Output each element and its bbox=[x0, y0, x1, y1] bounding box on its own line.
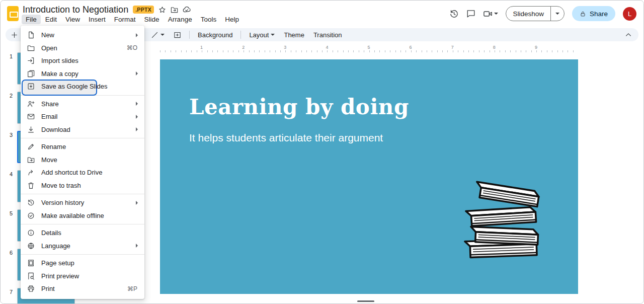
toolbar-divider bbox=[189, 31, 190, 39]
filmstrip-slide-number: 7 bbox=[4, 289, 13, 295]
slide-title[interactable]: Learning by doing bbox=[189, 95, 409, 119]
rename-icon bbox=[27, 143, 35, 150]
share-person-icon bbox=[27, 100, 35, 108]
menubar-file[interactable]: File bbox=[22, 15, 41, 24]
collapse-toolbar-button[interactable] bbox=[624, 31, 632, 39]
file-menu-item-import-slides[interactable]: Import slides bbox=[21, 54, 144, 67]
current-slide[interactable]: Learning by doing It helps students arti… bbox=[160, 59, 578, 294]
file-menu-item-add-shortcut-to-drive[interactable]: Add shortcut to Drive bbox=[21, 166, 144, 179]
books-illustration bbox=[458, 180, 550, 263]
ruler-number: 6 bbox=[410, 45, 412, 50]
insert-placeholder-button[interactable] bbox=[169, 29, 186, 41]
submenu-arrow-icon bbox=[136, 115, 138, 119]
menu-item-label: Open bbox=[41, 44, 57, 52]
menu-item-label: Print preview bbox=[41, 272, 79, 280]
menubar-help[interactable]: Help bbox=[221, 15, 243, 24]
menubar-view[interactable]: View bbox=[61, 15, 84, 24]
menubar-arrange[interactable]: Arrange bbox=[164, 15, 196, 24]
toolbar-divider bbox=[240, 31, 241, 39]
file-menu-item-rename[interactable]: Rename bbox=[21, 140, 144, 154]
version-history-icon bbox=[27, 199, 35, 206]
menu-item-shortcut: ⌘P bbox=[127, 285, 137, 292]
menu-item-label: Email bbox=[41, 113, 58, 120]
ruler-number: 2 bbox=[242, 45, 245, 50]
email-icon bbox=[27, 113, 35, 120]
document-title[interactable]: Introduction to Negotiation bbox=[23, 5, 128, 15]
filmstrip-slide-number: 2 bbox=[4, 93, 13, 99]
speaker-notes-handle[interactable] bbox=[357, 300, 374, 302]
file-menu-item-print-preview[interactable]: Print preview bbox=[21, 270, 144, 283]
line-tool-button[interactable] bbox=[146, 29, 169, 41]
comments-icon[interactable] bbox=[466, 9, 475, 18]
slides-logo-icon[interactable] bbox=[7, 6, 19, 21]
menu-item-label: Page setup bbox=[41, 259, 74, 267]
file-menu-item-share[interactable]: Share bbox=[21, 98, 144, 111]
file-menu-item-download[interactable]: Download bbox=[21, 123, 144, 136]
theme-button[interactable]: Theme bbox=[279, 29, 308, 41]
menu-item-label: Rename bbox=[41, 143, 66, 150]
file-menu-item-move[interactable]: Move bbox=[21, 154, 144, 167]
books-image[interactable] bbox=[458, 180, 550, 263]
file-menu-item-version-history[interactable]: Version history bbox=[21, 196, 144, 209]
submenu-arrow-icon bbox=[136, 102, 138, 106]
slideshow-dropdown-button[interactable] bbox=[551, 13, 564, 15]
submenu-arrow-icon bbox=[136, 244, 138, 248]
submenu-arrow-icon bbox=[136, 71, 138, 75]
file-menu-item-open[interactable]: Open⌘O bbox=[21, 42, 144, 55]
share-button[interactable]: Share bbox=[572, 6, 615, 21]
lock-icon bbox=[580, 11, 586, 17]
star-icon[interactable] bbox=[158, 6, 166, 14]
make-a-copy-icon bbox=[27, 70, 35, 78]
trash-icon bbox=[27, 182, 35, 189]
app-header: Introduction to Negotiation .PPTX FileEd… bbox=[1, 1, 643, 27]
file-menu-item-move-to-trash[interactable]: Move to trash bbox=[21, 179, 144, 192]
menu-item-label: Save as Google Slides bbox=[41, 83, 108, 90]
menubar-format[interactable]: Format bbox=[110, 15, 140, 24]
document-status-cloud-icon[interactable] bbox=[183, 6, 191, 14]
ruler-number: 8 bbox=[493, 45, 496, 50]
share-label: Share bbox=[590, 10, 608, 18]
submenu-arrow-icon bbox=[136, 201, 138, 205]
meet-camera-button[interactable] bbox=[483, 9, 498, 19]
transition-button[interactable]: Transition bbox=[309, 29, 347, 41]
layout-button[interactable]: Layout bbox=[245, 29, 279, 41]
file-menu-item-details[interactable]: Details bbox=[21, 226, 144, 240]
ruler-number: 9 bbox=[535, 45, 537, 50]
filmstrip-slide-number: 1 bbox=[4, 53, 13, 59]
file-menu-item-make-a-copy[interactable]: Make a copy bbox=[21, 67, 144, 81]
ruler-number: 1 bbox=[200, 45, 203, 50]
slide-subtitle[interactable]: It helps students articulate their argum… bbox=[189, 132, 383, 144]
menu-item-label: Move bbox=[41, 156, 57, 164]
menu-item-label: New bbox=[41, 31, 54, 39]
canvas-area: 123456789 Learning by doing It helps stu… bbox=[81, 43, 643, 303]
ruler-number: 3 bbox=[284, 45, 286, 50]
menu-item-label: Import slides bbox=[41, 57, 78, 64]
move-folder-icon[interactable] bbox=[171, 6, 178, 14]
file-menu-item-page-setup[interactable]: Page setup bbox=[21, 257, 144, 270]
menu-item-label: Add shortcut to Drive bbox=[41, 169, 102, 176]
menu-item-label: Language bbox=[41, 242, 70, 250]
background-button[interactable]: Background bbox=[193, 29, 237, 41]
account-avatar[interactable]: L bbox=[623, 7, 636, 21]
menubar-slide[interactable]: Slide bbox=[140, 15, 164, 24]
new-slide-button[interactable] bbox=[11, 31, 18, 39]
file-menu-item-print[interactable]: Print⌘P bbox=[21, 282, 144, 295]
file-menu-item-save-as-google-slides[interactable]: Save as Google Slides bbox=[21, 80, 144, 93]
menubar-tools[interactable]: Tools bbox=[197, 15, 221, 24]
menu-divider bbox=[21, 194, 144, 194]
file-menu-item-new[interactable]: New bbox=[21, 29, 144, 42]
menubar-insert[interactable]: Insert bbox=[85, 15, 110, 24]
history-icon[interactable] bbox=[449, 9, 459, 19]
filmstrip-slide-number: 6 bbox=[4, 250, 13, 256]
menu-item-label: Print bbox=[41, 285, 55, 292]
move-folder-icon bbox=[27, 156, 35, 164]
file-menu-item-make-available-offline[interactable]: Make available offline bbox=[21, 209, 144, 222]
file-menu-item-language[interactable]: Language bbox=[21, 240, 144, 253]
slideshow-button[interactable]: Slideshow bbox=[506, 6, 565, 21]
file-menu-item-email[interactable]: Email bbox=[21, 110, 144, 123]
menu-item-label: Details bbox=[41, 229, 61, 237]
filmstrip-slide-number: 5 bbox=[4, 210, 13, 216]
menu-divider bbox=[21, 138, 144, 138]
menubar-edit[interactable]: Edit bbox=[41, 15, 61, 24]
line-tool-caret-icon bbox=[160, 34, 165, 36]
